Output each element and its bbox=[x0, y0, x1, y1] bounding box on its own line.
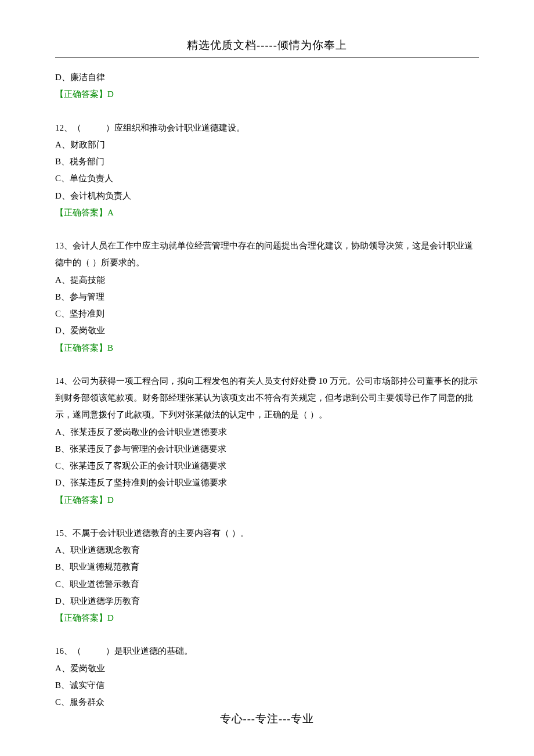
header-title: 精选优质文档-----倾情为你奉上 bbox=[55, 35, 479, 56]
answer-label: 【正确答案】 bbox=[55, 343, 107, 352]
q16-option-b: B、诚实守信 bbox=[55, 677, 479, 694]
q13-option-a: A、提高技能 bbox=[55, 272, 479, 289]
q11-answer: 【正确答案】D bbox=[55, 86, 479, 103]
stem-suffix: ）是职业道德的基础。 bbox=[106, 646, 193, 656]
stem-prefix: 16、（ bbox=[55, 646, 81, 656]
q12-option-a: A、财政部门 bbox=[55, 136, 479, 153]
q12-stem: 12、（）应组织和推动会计职业道德建设。 bbox=[55, 120, 479, 136]
answer-value: A bbox=[107, 208, 114, 217]
header-divider bbox=[55, 57, 479, 57]
answer-value: D bbox=[107, 613, 114, 622]
q15-option-a: A、职业道德观念教育 bbox=[55, 542, 479, 559]
q15-option-b: B、职业道德规范教育 bbox=[55, 559, 479, 575]
gap bbox=[55, 627, 479, 643]
q12-option-c: C、单位负责人 bbox=[55, 170, 479, 187]
answer-value: B bbox=[107, 343, 113, 352]
q14-option-c: C、张某违反了客观公正的会计职业道德要求 bbox=[55, 458, 479, 474]
q13-answer: 【正确答案】B bbox=[55, 340, 479, 357]
q13-stem: 13、会计人员在工作中应主动就单位经营管理中存在的问题提出合理化建议，协助领导决… bbox=[55, 237, 479, 272]
document-content: D、廉洁自律 【正确答案】D 12、（）应组织和推动会计职业道德建设。 A、财政… bbox=[55, 69, 479, 711]
answer-value: D bbox=[107, 495, 114, 505]
stem-prefix: 12、（ bbox=[55, 123, 81, 132]
footer-text: 专心---专注---专业 bbox=[0, 708, 534, 729]
q14-stem: 14、公司为获得一项工程合同，拟向工程发包的有关人员支付好处费 10 万元。公司… bbox=[55, 373, 479, 424]
q12-option-b: B、税务部门 bbox=[55, 153, 479, 170]
q13-option-c: C、坚持准则 bbox=[55, 305, 479, 322]
q15-stem: 15、不属于会计职业道德教育的主要内容有（ ）。 bbox=[55, 525, 479, 542]
q14-option-a: A、张某违反了爱岗敬业的会计职业道德要求 bbox=[55, 424, 479, 441]
q14-option-b: B、张某违反了参与管理的会计职业道德要求 bbox=[55, 441, 479, 458]
answer-label: 【正确答案】 bbox=[55, 89, 107, 99]
q12-answer: 【正确答案】A bbox=[55, 204, 479, 221]
gap bbox=[55, 509, 479, 525]
q11-option-d: D、廉洁自律 bbox=[55, 69, 479, 86]
q15-option-d: D、职业道德学历教育 bbox=[55, 593, 479, 610]
q12-option-d: D、会计机构负责人 bbox=[55, 188, 479, 204]
answer-value: D bbox=[107, 89, 114, 99]
q16-option-a: A、爱岗敬业 bbox=[55, 660, 479, 677]
answer-label: 【正确答案】 bbox=[55, 495, 107, 505]
gap bbox=[55, 357, 479, 373]
answer-label: 【正确答案】 bbox=[55, 208, 107, 217]
q13-option-d: D、爱岗敬业 bbox=[55, 322, 479, 339]
gap bbox=[55, 103, 479, 120]
q15-option-c: C、职业道德警示教育 bbox=[55, 576, 479, 593]
q14-answer: 【正确答案】D bbox=[55, 492, 479, 509]
stem-suffix: ）应组织和推动会计职业道德建设。 bbox=[106, 123, 245, 132]
q15-answer: 【正确答案】D bbox=[55, 610, 479, 627]
q16-stem: 16、（）是职业道德的基础。 bbox=[55, 643, 479, 660]
answer-label: 【正确答案】 bbox=[55, 613, 107, 622]
q14-option-d: D、张某违反了坚持准则的会计职业道德要求 bbox=[55, 474, 479, 491]
gap bbox=[55, 221, 479, 237]
q13-option-b: B、参与管理 bbox=[55, 289, 479, 305]
